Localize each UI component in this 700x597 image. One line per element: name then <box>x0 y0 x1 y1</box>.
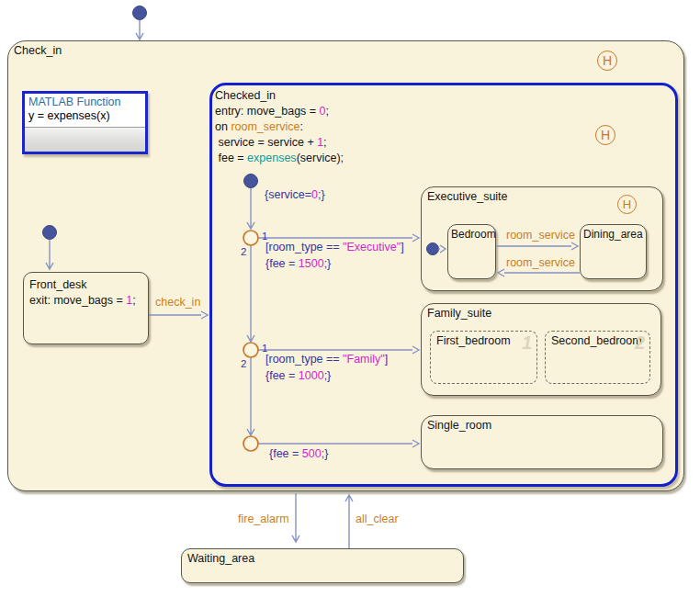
transition-label-fee-single[interactable]: {fee = 500;} <box>269 447 328 460</box>
connective-junction-3[interactable] <box>243 436 258 451</box>
connective-junction-1[interactable] <box>243 231 258 245</box>
transition-check-in[interactable] <box>149 311 208 319</box>
transition-junction1-to-junction2[interactable] <box>247 245 254 342</box>
condition-string: "Executive" <box>343 241 401 253</box>
transition-label-fee-family[interactable]: {fee = 1000;} <box>265 369 331 382</box>
default-transition-front-desk[interactable] <box>43 226 57 270</box>
action-text: {service= <box>265 188 311 201</box>
action-close: ;} <box>324 257 332 270</box>
transition-label-cond-family[interactable]: [room_type == "Family"] <box>265 353 388 366</box>
junction1-branch-2: 2 <box>241 246 246 257</box>
connective-junction-2[interactable] <box>243 343 258 357</box>
transition-junction2-to-junction3[interactable] <box>247 357 254 435</box>
transition-label-room-service-forward[interactable]: room_service <box>506 229 575 242</box>
default-transition-chart[interactable] <box>133 6 147 40</box>
condition-close: ] <box>401 241 403 253</box>
transition-label-all-clear[interactable]: all_clear <box>356 513 399 525</box>
action-value: 1500 <box>299 257 324 270</box>
transition-label-room-service-back[interactable]: room_service <box>506 256 575 269</box>
action-value: 1000 <box>299 369 324 382</box>
action-value: 0 <box>311 188 318 201</box>
transition-label-fire-alarm[interactable]: fire_alarm <box>238 513 289 525</box>
transition-label-init-action[interactable]: {service=0;} <box>265 188 325 201</box>
transition-label-check-in[interactable]: check_in <box>155 296 200 309</box>
stateflow-canvas: Check_in MATLAB Function y = expenses(x)… <box>0 0 700 597</box>
condition-text: [room_type == <box>265 353 343 366</box>
action-close: ;} <box>318 188 325 201</box>
condition-close: ] <box>385 353 388 366</box>
action-close: ;} <box>324 369 332 382</box>
transition-junction3-to-single[interactable] <box>258 440 419 447</box>
transition-room-service-forward[interactable] <box>496 242 578 250</box>
transition-room-service-back[interactable] <box>498 269 580 276</box>
transition-wires <box>0 0 700 597</box>
default-transition-checked-in[interactable] <box>244 175 258 230</box>
action-value: 500 <box>302 447 322 460</box>
action-text: {fee = <box>269 447 302 460</box>
transition-fire-alarm[interactable] <box>292 493 299 542</box>
default-transition-bedroom[interactable] <box>427 243 446 255</box>
junction2-branch-2: 2 <box>241 358 246 369</box>
condition-text: [room_type == <box>265 241 343 253</box>
action-text: {fee = <box>265 369 299 382</box>
transition-label-cond-executive[interactable]: [room_type == "Executive"] <box>265 241 404 253</box>
transition-label-fee-executive[interactable]: {fee = 1500;} <box>265 257 331 270</box>
condition-string: "Family" <box>343 353 385 366</box>
transition-all-clear[interactable] <box>345 495 353 548</box>
action-text: {fee = <box>265 257 299 270</box>
action-close: ;} <box>322 447 329 460</box>
